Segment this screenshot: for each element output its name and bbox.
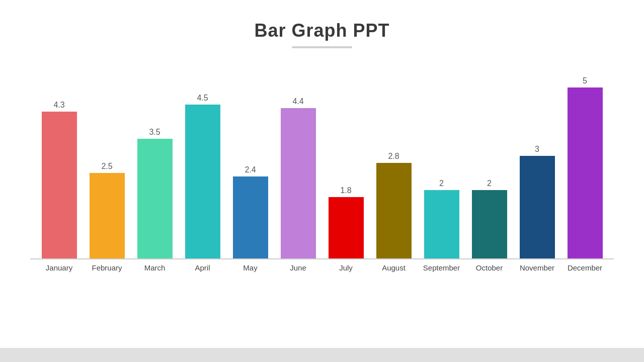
bar-label-july: July xyxy=(322,263,370,272)
bar-value-november: 3 xyxy=(535,145,539,154)
bar-value-december: 5 xyxy=(583,76,587,85)
bar-value-may: 2.4 xyxy=(245,165,256,174)
bar-august xyxy=(376,163,412,258)
bar-value-october: 2 xyxy=(487,179,492,188)
bar-february xyxy=(90,173,125,258)
bar-january xyxy=(42,112,77,258)
bar-label-january: January xyxy=(35,263,83,272)
bar-label-march: March xyxy=(131,263,179,272)
bar-november xyxy=(520,156,555,258)
bar-label-may: May xyxy=(226,263,274,272)
bar-october xyxy=(472,190,507,258)
bar-group-may: 2.4 xyxy=(226,165,274,258)
chart-container: 4.32.53.54.52.44.41.82.82235 JanuaryFebr… xyxy=(20,68,624,272)
bar-label-february: February xyxy=(83,263,131,272)
bars-area: 4.32.53.54.52.44.41.82.82235 xyxy=(30,68,614,259)
title-underline xyxy=(292,46,352,48)
bar-group-february: 2.5 xyxy=(83,162,131,258)
bar-value-september: 2 xyxy=(439,179,444,188)
bar-group-december: 5 xyxy=(561,76,609,258)
bar-september xyxy=(424,190,459,258)
bar-group-april: 4.5 xyxy=(179,94,226,258)
bar-group-september: 2 xyxy=(418,179,465,258)
bar-group-october: 2 xyxy=(465,179,513,258)
bar-value-march: 3.5 xyxy=(149,128,160,137)
bar-value-july: 1.8 xyxy=(340,186,351,195)
bar-value-august: 2.8 xyxy=(388,152,399,161)
bar-group-march: 3.5 xyxy=(131,128,179,258)
bar-june xyxy=(281,108,316,258)
bar-value-june: 4.4 xyxy=(292,97,303,106)
bar-group-june: 4.4 xyxy=(274,97,322,258)
bar-label-december: December xyxy=(561,263,609,272)
bar-group-november: 3 xyxy=(513,145,561,258)
page-title: Bar Graph PPT xyxy=(254,20,389,41)
bar-group-august: 2.8 xyxy=(370,152,418,258)
bar-value-april: 4.5 xyxy=(197,94,208,103)
bar-label-april: April xyxy=(179,263,226,272)
bar-group-january: 4.3 xyxy=(35,101,83,258)
bar-label-november: November xyxy=(513,263,561,272)
bar-label-august: August xyxy=(370,263,418,272)
labels-area: JanuaryFebruaryMarchAprilMayJuneJulyAugu… xyxy=(30,263,614,272)
bar-value-february: 2.5 xyxy=(101,162,112,171)
footer-bar xyxy=(0,348,644,362)
bar-label-september: September xyxy=(418,263,465,272)
bar-may xyxy=(233,176,268,258)
bar-label-june: June xyxy=(274,263,322,272)
bar-march xyxy=(137,139,173,258)
title-section: Bar Graph PPT xyxy=(254,20,389,48)
bar-group-july: 1.8 xyxy=(322,186,370,258)
bar-label-october: October xyxy=(465,263,513,272)
bar-december xyxy=(568,87,603,258)
bar-april xyxy=(185,105,220,258)
bar-july xyxy=(329,197,364,258)
bar-value-january: 4.3 xyxy=(53,101,64,110)
